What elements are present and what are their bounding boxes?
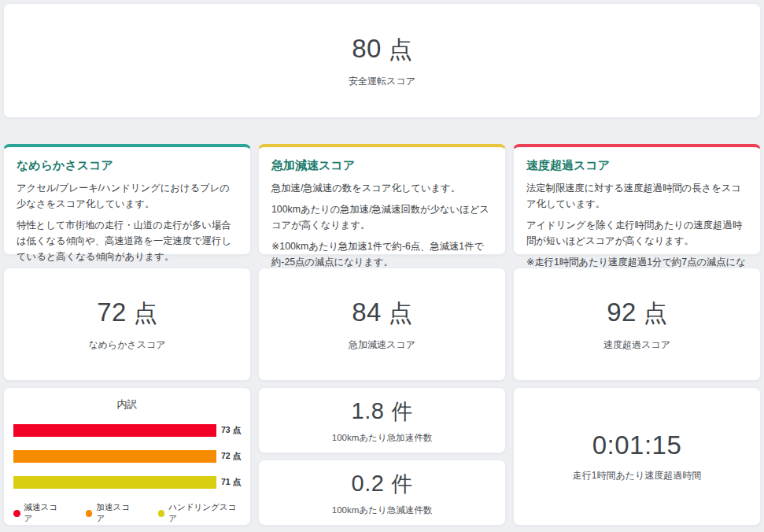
legend-label: 加速スコア: [96, 502, 135, 524]
overall-score-unit: 点: [389, 34, 412, 66]
info-card-paragraph: アイドリングを除く走行時間あたりの速度超過時間が短いほどスコアが高くなります。: [526, 218, 747, 249]
dashboard-page: 80 点 安全運転スコア なめらかさスコア アクセル/ブレーキ/ハンドリングにお…: [0, 0, 764, 529]
info-card-title: 急加減速スコア: [271, 158, 493, 173]
metric-label: 100kmあたり急減速件数: [332, 504, 432, 516]
score-unit: 点: [644, 297, 667, 330]
metric-number: 0.2: [352, 471, 385, 497]
info-card-smoothness: なめらかさスコア アクセル/ブレーキ/ハンドリングにおけるブレの少なさをスコア化…: [3, 144, 251, 255]
overall-score-value: 80 点: [352, 34, 412, 66]
legend-item: ハンドリングスコア: [158, 502, 241, 524]
score-card-smoothness: 72 点 なめらかさスコア: [3, 268, 251, 381]
event-count-column: 1.8 件 100kmあたり急加速件数 0.2 件 100kmあたり急減速件数: [258, 387, 506, 526]
bar-row: 73 点: [13, 424, 241, 437]
info-card-paragraph: ※100kmあたり急加速1件で約-6点、急減速1件で約-25点の減点になります。: [271, 239, 493, 271]
score-label: 急加減速スコア: [349, 338, 415, 352]
bar-row: 71 点: [13, 476, 241, 489]
score-number: 72: [97, 297, 127, 327]
info-card-paragraph: 法定制限速度に対する速度超過時間の長さをスコア化しています。: [526, 181, 747, 212]
score-unit: 点: [389, 297, 412, 330]
bar-減速スコア: [13, 424, 216, 437]
detail-row: 内訳 73 点72 点71 点 減速スコア加速スコアハンドリングスコア 1.8 …: [3, 387, 761, 526]
legend-label: ハンドリングスコア: [168, 502, 241, 524]
breakdown-chart-card: 内訳 73 点72 点71 点 減速スコア加速スコアハンドリングスコア: [3, 387, 251, 526]
info-card-paragraph: アクセル/ブレーキ/ハンドリングにおけるブレの少なさをスコア化しています。: [17, 181, 238, 212]
score-card-accel-decel: 84 点 急加減速スコア: [258, 268, 506, 381]
info-card-overspeed: 速度超過スコア 法定制限速度に対する速度超過時間の長さをスコア化しています。 ア…: [513, 144, 761, 255]
overall-score-number: 80: [352, 34, 382, 64]
legend-label: 減速スコア: [24, 502, 64, 524]
bar-value-label: 72 点: [221, 451, 241, 462]
score-unit: 点: [134, 297, 157, 330]
metric-unit: 件: [391, 397, 412, 426]
bar-row: 72 点: [13, 450, 241, 463]
info-card-row: なめらかさスコア アクセル/ブレーキ/ハンドリングにおけるブレの少なさをスコア化…: [3, 144, 761, 255]
score-number: 92: [607, 297, 637, 327]
info-card-title: なめらかさスコア: [17, 158, 238, 173]
info-card-paragraph: 特性として市街地の走行・山道の走行が多い場合は低くなる傾向や、高速道路を一定速度…: [17, 218, 238, 265]
overall-score-label: 安全運転スコア: [349, 75, 415, 88]
metric-unit: 件: [391, 470, 412, 498]
info-card-title: 速度超過スコア: [526, 158, 747, 173]
bar-chart-bars: 73 点72 点71 点: [13, 424, 241, 489]
info-card-accel-decel: 急加減速スコア 急加速/急減速の数をスコア化しています。 100kmあたりの急加…: [258, 144, 506, 255]
legend-item: 減速スコア: [13, 502, 64, 524]
overall-score-card: 80 点 安全運転スコア: [3, 3, 761, 118]
bar-ハンドリングスコア: [13, 476, 216, 489]
bar-加速スコア: [13, 450, 216, 463]
info-card-paragraph: 急加速/急減速の数をスコア化しています。: [271, 181, 493, 197]
score-card-overspeed: 92 点 速度超過スコア: [513, 268, 761, 381]
legend-dot-icon: [13, 510, 20, 517]
metric-label: 100kmあたり急加速件数: [332, 432, 432, 444]
legend-item: 加速スコア: [86, 502, 136, 524]
overspeed-time-card: 0:01:15 走行1時間あたり速度超過時間: [513, 387, 761, 526]
info-card-paragraph: 100kmあたりの急加速/急減速回数が少ないほどスコアが高くなります。: [271, 202, 493, 234]
bar-value-label: 73 点: [221, 425, 241, 436]
overspeed-time-value: 0:01:15: [592, 430, 682, 460]
legend-dot-icon: [158, 510, 165, 517]
score-number: 84: [352, 297, 382, 327]
score-card-row: 72 点 なめらかさスコア 84 点 急加減速スコア 92 点 速度超過スコア: [3, 268, 761, 381]
metric-number: 1.8: [352, 398, 385, 424]
bar-chart-legend: 減速スコア加速スコアハンドリングスコア: [13, 502, 241, 524]
score-label: 速度超過スコア: [603, 338, 670, 352]
overspeed-time-label: 走行1時間あたり速度超過時間: [573, 469, 702, 482]
legend-dot-icon: [86, 510, 93, 517]
score-label: なめらかさスコア: [88, 338, 165, 352]
rapid-accel-count-card: 1.8 件 100kmあたり急加速件数: [258, 387, 506, 453]
bar-value-label: 71 点: [221, 477, 241, 488]
rapid-decel-count-card: 0.2 件 100kmあたり急減速件数: [258, 460, 506, 526]
breakdown-chart-title: 内訳: [13, 397, 241, 412]
